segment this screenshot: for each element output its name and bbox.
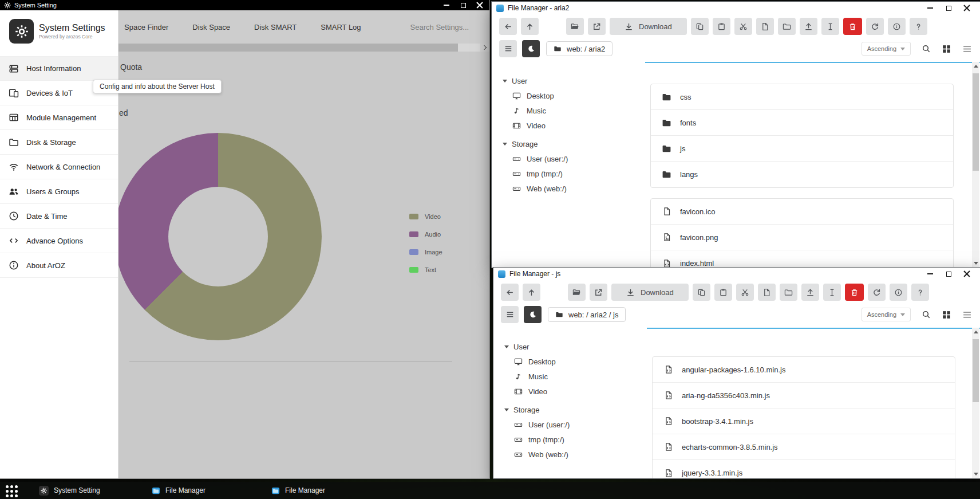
tab-smart-log[interactable]: SMART Log	[321, 23, 361, 32]
close-button[interactable]	[963, 270, 971, 278]
grid-view-icon[interactable]	[942, 44, 951, 54]
settings-search-input[interactable]	[410, 23, 491, 32]
delete-button[interactable]	[845, 284, 864, 301]
tree-item-video[interactable]: Video	[514, 384, 647, 399]
tree-item-music[interactable]: Music	[512, 103, 645, 118]
tree-item-web-drive[interactable]: Web (web:/)	[512, 181, 645, 196]
sidebar-item-advance-options[interactable]: Advance Options	[0, 229, 118, 253]
list-view-icon[interactable]	[962, 310, 972, 320]
vertical-scrollbar[interactable]	[972, 62, 979, 267]
file-row-js[interactable]: js	[651, 136, 953, 162]
legend-item-image[interactable]: Image	[409, 249, 442, 255]
file-row-fonts[interactable]: fonts	[651, 110, 953, 136]
grid-view-icon[interactable]	[942, 310, 951, 320]
tree-section-user[interactable]: User	[503, 73, 645, 88]
tree-section-storage[interactable]: Storage	[504, 402, 647, 417]
upload-button[interactable]	[800, 18, 817, 35]
rename-button[interactable]	[823, 284, 841, 301]
new-folder-button[interactable]	[780, 284, 797, 301]
back-button[interactable]	[501, 284, 519, 301]
close-button[interactable]	[963, 4, 971, 12]
breadcrumb[interactable]: web: / aria2	[546, 41, 612, 56]
sidebar-item-disk-storage[interactable]: Disk & Storage	[0, 130, 118, 155]
file-row-angular[interactable]: angular-packages-1.6.10.min.js	[653, 357, 955, 383]
tree-item-tmp-drive[interactable]: tmp (tmp:/)	[514, 432, 647, 447]
vertical-scrollbar[interactable]	[972, 328, 979, 478]
search-icon[interactable]	[922, 44, 931, 53]
file-row-favicon-png[interactable]: favicon.png	[651, 225, 953, 250]
new-file-button[interactable]	[756, 18, 774, 35]
legend-item-audio[interactable]: Audio	[409, 231, 442, 237]
taskbar-item-file-manager-2[interactable]: File Manager	[271, 482, 325, 499]
dark-mode-button[interactable]	[524, 306, 542, 323]
sort-order-dropdown[interactable]: Ascending	[862, 42, 911, 56]
file-row-index-html[interactable]: index.html	[651, 250, 953, 268]
tree-item-user-drive[interactable]: User (user:/)	[514, 417, 647, 432]
tree-item-desktop[interactable]: Desktop	[512, 88, 645, 103]
open-folder-button[interactable]	[566, 18, 584, 35]
sidebar-item-module-management[interactable]: Module Management	[0, 105, 118, 130]
file-row-langs[interactable]: langs	[651, 162, 953, 187]
sidebar-item-users-groups[interactable]: Users & Groups	[0, 179, 118, 204]
sort-order-dropdown[interactable]: Ascending	[862, 308, 911, 321]
scrollbar-thumb[interactable]	[973, 339, 979, 402]
up-button[interactable]	[521, 18, 539, 35]
scroll-up-button[interactable]	[972, 62, 979, 70]
minimize-button[interactable]	[443, 2, 450, 9]
close-button[interactable]	[476, 2, 483, 9]
tabs-horizontal-scrollbar[interactable]	[118, 44, 489, 52]
tree-item-desktop[interactable]: Desktop	[514, 354, 647, 369]
scrollbar-thumb[interactable]	[118, 44, 458, 52]
sidebar-item-date-time[interactable]: Date & Time	[0, 204, 118, 229]
maximize-button[interactable]	[945, 4, 953, 12]
sidebar-item-about-aroz[interactable]: About ArOZ	[0, 253, 118, 278]
scroll-up-button[interactable]	[972, 328, 979, 336]
open-external-button[interactable]	[588, 18, 606, 35]
copy-button[interactable]	[693, 284, 710, 301]
open-external-button[interactable]	[590, 284, 607, 301]
tree-section-storage[interactable]: Storage	[503, 136, 645, 151]
scrollbar-thumb[interactable]	[973, 73, 979, 171]
taskbar-item-system-setting[interactable]: System Setting	[39, 482, 100, 499]
dark-mode-button[interactable]	[522, 40, 540, 57]
tab-disk-space[interactable]: Disk Space	[192, 23, 230, 32]
cut-button[interactable]	[734, 18, 752, 35]
open-folder-button[interactable]	[568, 284, 586, 301]
download-button[interactable]: Download	[611, 284, 689, 301]
scroll-down-button[interactable]	[972, 470, 979, 478]
tree-item-user-drive[interactable]: User (user:/)	[512, 151, 645, 166]
minimize-button[interactable]	[926, 4, 934, 12]
file-row-echarts[interactable]: echarts-common-3.8.5.min.js	[653, 434, 955, 460]
sidebar-item-host-information[interactable]: Host Information	[0, 56, 118, 81]
upload-button[interactable]	[801, 284, 819, 301]
maximize-button[interactable]	[460, 2, 467, 9]
info-button[interactable]	[888, 18, 906, 35]
scroll-right-button[interactable]	[480, 44, 489, 52]
tree-section-user[interactable]: User	[504, 339, 647, 354]
file-row-aria-ng[interactable]: aria-ng-da5356c403.min.js	[653, 383, 955, 408]
system-settings-titlebar[interactable]: System Setting	[0, 0, 489, 10]
back-button[interactable]	[499, 18, 517, 35]
breadcrumb[interactable]: web: / aria2 / js	[548, 307, 626, 322]
list-view-icon[interactable]	[962, 44, 972, 54]
file-manager-titlebar[interactable]: File Manager - js	[493, 268, 980, 280]
delete-button[interactable]	[843, 18, 862, 35]
file-manager-titlebar[interactable]: File Manager - aria2	[492, 2, 980, 14]
paste-button[interactable]	[714, 284, 732, 301]
app-launcher-button[interactable]	[6, 485, 18, 497]
sidebar-item-network-connection[interactable]: Network & Connection	[0, 155, 118, 179]
file-row-jquery[interactable]: jquery-3.3.1.min.js	[653, 460, 955, 478]
help-button[interactable]	[910, 18, 927, 35]
cut-button[interactable]	[736, 284, 754, 301]
up-button[interactable]	[523, 284, 540, 301]
tab-space-finder[interactable]: Space Finder	[124, 23, 168, 32]
legend-item-text[interactable]: Text	[409, 266, 442, 273]
paste-button[interactable]	[713, 18, 730, 35]
file-row-bootstrap[interactable]: bootstrap-3.4.1.min.js	[653, 408, 955, 434]
taskbar-item-file-manager-1[interactable]: File Manager	[152, 482, 206, 499]
tree-item-tmp-drive[interactable]: tmp (tmp:/)	[512, 166, 645, 181]
copy-button[interactable]	[691, 18, 709, 35]
download-button[interactable]: Download	[610, 18, 687, 35]
refresh-button[interactable]	[866, 18, 884, 35]
menu-button[interactable]	[501, 306, 519, 323]
